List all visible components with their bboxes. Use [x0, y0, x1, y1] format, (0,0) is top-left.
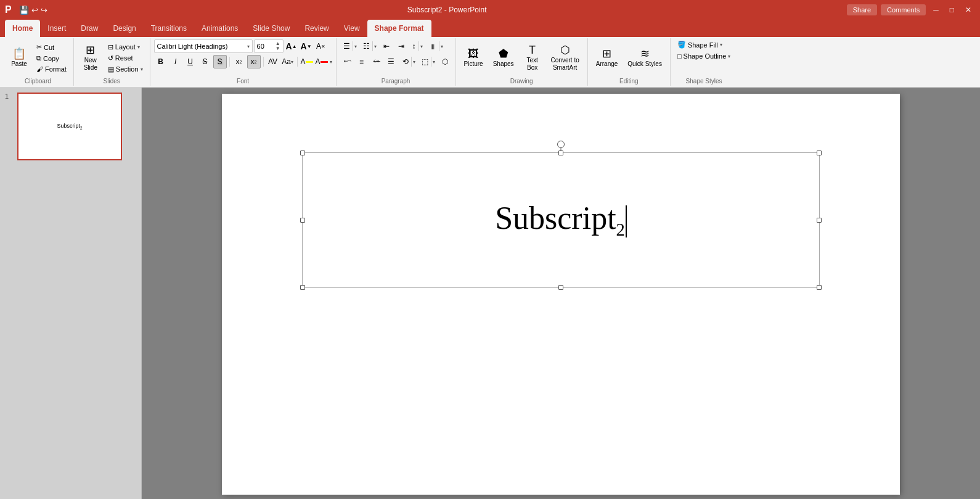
slides-group: ⊞ NewSlide ⊟ Layout ▾ ↺ Reset ▤ Section … [74, 38, 150, 86]
convert-smartart-button[interactable]: ⬡ Convert toSmartArt [547, 39, 584, 76]
reset-button[interactable]: ↺ Reset [105, 53, 146, 64]
convert-smartart-small-button[interactable]: ⬡ [438, 55, 452, 68]
tab-review[interactable]: Review [297, 20, 336, 37]
font-color-indicator [321, 61, 328, 63]
handle-bottom-center[interactable] [558, 285, 563, 290]
share-button[interactable]: Share [847, 4, 877, 15]
minimize-icon[interactable]: ─ [929, 4, 942, 15]
font-color-dropdown-icon[interactable]: ▾ [330, 59, 332, 65]
handle-bottom-right[interactable] [817, 285, 822, 290]
copy-button[interactable]: ⧉ Copy [33, 53, 70, 64]
font-divider3 [297, 57, 298, 67]
align-text-button[interactable]: ⬚ ▾ [419, 56, 437, 67]
tab-transitions[interactable]: Transitions [144, 20, 194, 37]
title-bar: P 💾 ↩ ↪ Subscript2 - PowerPoint Share Co… [0, 0, 980, 20]
rotate-handle[interactable] [557, 141, 565, 148]
numbering-button[interactable]: ☷ ▾ [360, 41, 378, 52]
superscript-button[interactable]: x2 [232, 55, 246, 68]
title-bar-left: P 💾 ↩ ↪ [5, 4, 47, 15]
save-icon[interactable]: 💾 [19, 6, 29, 15]
underline-button[interactable]: U [184, 55, 197, 68]
tab-draw[interactable]: Draw [73, 20, 105, 37]
layout-button[interactable]: ⊟ Layout ▾ [105, 42, 146, 52]
format-button[interactable]: 🖌 Format [33, 64, 70, 74]
align-center-button[interactable]: ≡ [355, 55, 369, 68]
shapes-button[interactable]: ⬟ Shapes [489, 39, 518, 76]
subscript-button[interactable]: x2 [247, 55, 261, 68]
strikethrough-button[interactable]: S [198, 55, 212, 68]
handle-middle-right[interactable] [817, 218, 822, 223]
tab-home[interactable]: Home [5, 20, 40, 37]
shadow-button[interactable]: S [213, 55, 227, 68]
arrange-group: ⊞ Arrange ≋ Quick Styles Editing [588, 38, 671, 86]
increase-font-size-button[interactable]: A▲ [285, 39, 298, 53]
comments-button[interactable]: Comments [881, 4, 926, 15]
text-box-button[interactable]: T TextBox [520, 39, 545, 76]
justify-button[interactable]: ☰ [385, 55, 398, 68]
align-left-button[interactable]: ⬿ [340, 55, 354, 68]
cut-button[interactable]: ✂ Cut [33, 42, 70, 52]
tab-view[interactable]: View [337, 20, 367, 37]
layout-dropdown-icon: ▾ [137, 44, 140, 50]
handle-top-center[interactable] [558, 151, 563, 155]
picture-button[interactable]: 🖼 Picture [460, 39, 488, 76]
new-slide-button[interactable]: ⊞ NewSlide [78, 43, 104, 73]
font-label: Font [237, 76, 249, 85]
font-size-selector[interactable]: 60 ▲ ▼ [254, 39, 284, 53]
slide-canvas[interactable]: Subscript2 [222, 94, 900, 495]
quick-styles-button[interactable]: ≋ Quick Styles [623, 39, 666, 76]
new-slide-icon: ⊞ [86, 44, 95, 56]
font-family-dropdown-icon: ▾ [247, 44, 250, 49]
tab-slide-show[interactable]: Slide Show [245, 20, 297, 37]
handle-bottom-left[interactable] [300, 285, 305, 290]
ribbon: 📋 Paste ✂ Cut ⧉ Copy 🖌 Format Clipboard [0, 37, 980, 88]
clear-formatting-button[interactable]: A✕ [314, 39, 328, 53]
picture-icon: 🖼 [468, 48, 479, 59]
main-area: 1 Subscript2 [0, 88, 980, 499]
arrange-button[interactable]: ⊞ Arrange [592, 39, 623, 76]
font-color-button[interactable]: A [315, 55, 329, 68]
shape-styles-label: Shape Styles [686, 76, 722, 85]
clipboard-group: 📋 Paste ✂ Cut ⧉ Copy 🖌 Format Clipboard [2, 38, 74, 86]
align-right-button[interactable]: ⬾ [370, 55, 383, 68]
char-spacing-button[interactable]: AV [266, 55, 280, 68]
shape-outline-button[interactable]: □ Shape Outline ▾ [674, 51, 733, 61]
highlight-color-indicator [306, 61, 313, 63]
undo-icon[interactable]: ↩ [31, 6, 38, 15]
increase-indent-button[interactable]: ⇥ [394, 39, 408, 53]
tab-shape-format[interactable]: Shape Format [367, 20, 431, 37]
text-box-content: Subscript2 [303, 153, 819, 287]
handle-top-left[interactable] [300, 151, 305, 155]
text-box[interactable]: Subscript2 [302, 152, 820, 288]
close-icon[interactable]: ✕ [962, 4, 975, 15]
bullets-button[interactable]: ☰ ▾ [340, 41, 359, 52]
handle-top-right[interactable] [817, 151, 822, 155]
columns-button[interactable]: ⫼ ▾ [426, 41, 445, 52]
section-button[interactable]: ▤ Section ▾ [105, 64, 146, 75]
decrease-indent-button[interactable]: ⇤ [380, 39, 393, 53]
section-icon: ▤ [108, 65, 114, 73]
font-size-down-icon[interactable]: ▼ [276, 46, 280, 51]
shapes-icon: ⬟ [499, 48, 508, 59]
text-cursor [626, 205, 627, 237]
tab-animations[interactable]: Animations [194, 20, 245, 37]
highlight-button[interactable]: A [300, 55, 314, 68]
change-case-button[interactable]: Aa▾ [281, 55, 295, 68]
layout-icon: ⊟ [108, 43, 113, 51]
redo-icon[interactable]: ↪ [41, 6, 47, 15]
maximize-icon[interactable]: □ [946, 4, 958, 15]
font-family-selector[interactable]: Calibri Light (Headings) ▾ [154, 39, 253, 53]
paste-button[interactable]: 📋 Paste [6, 39, 32, 76]
tab-insert[interactable]: Insert [40, 20, 73, 37]
decrease-font-size-button[interactable]: A▼ [300, 39, 313, 53]
italic-button[interactable]: I [169, 55, 182, 68]
handle-middle-left[interactable] [300, 218, 305, 223]
text-direction-button[interactable]: ⟲ ▾ [399, 56, 417, 67]
line-spacing-button[interactable]: ↕ ▾ [409, 41, 425, 52]
powerpoint-logo-icon: P [5, 4, 12, 15]
tab-design[interactable]: Design [105, 20, 143, 37]
shape-fill-button[interactable]: 🪣 Shape Fill ▾ [674, 39, 733, 50]
shape-outline-dropdown-icon: ▾ [728, 54, 730, 59]
bold-button[interactable]: B [154, 55, 168, 68]
slide-thumbnail[interactable]: Subscript2 [17, 93, 122, 160]
